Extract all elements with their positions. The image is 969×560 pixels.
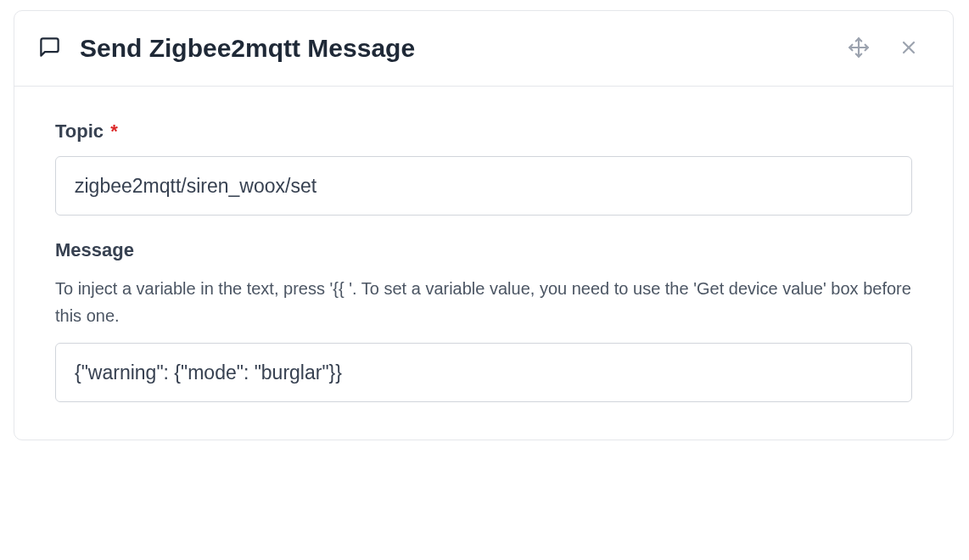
required-indicator: * <box>110 120 118 142</box>
topic-field-group: Topic * <box>55 120 912 216</box>
message-label: Message <box>55 239 912 261</box>
close-icon <box>899 37 919 60</box>
card-header-left: Send Zigbee2mqtt Message <box>38 33 415 64</box>
topic-label-text: Topic <box>55 120 104 142</box>
close-button[interactable] <box>899 37 919 60</box>
action-card: Send Zigbee2mqtt Message <box>14 10 954 440</box>
message-help-text: To inject a variable in the text, press … <box>55 275 912 329</box>
comment-icon <box>38 36 61 62</box>
topic-input[interactable] <box>55 156 912 216</box>
card-header: Send Zigbee2mqtt Message <box>14 11 953 87</box>
card-body: Topic * Message To inject a variable in … <box>14 87 953 440</box>
topic-label: Topic * <box>55 120 912 143</box>
card-header-actions <box>848 36 919 61</box>
card-title: Send Zigbee2mqtt Message <box>80 33 415 64</box>
message-input[interactable] <box>55 343 912 402</box>
message-field-group: Message To inject a variable in the text… <box>55 239 912 402</box>
move-icon <box>848 36 870 61</box>
move-button[interactable] <box>848 36 870 61</box>
